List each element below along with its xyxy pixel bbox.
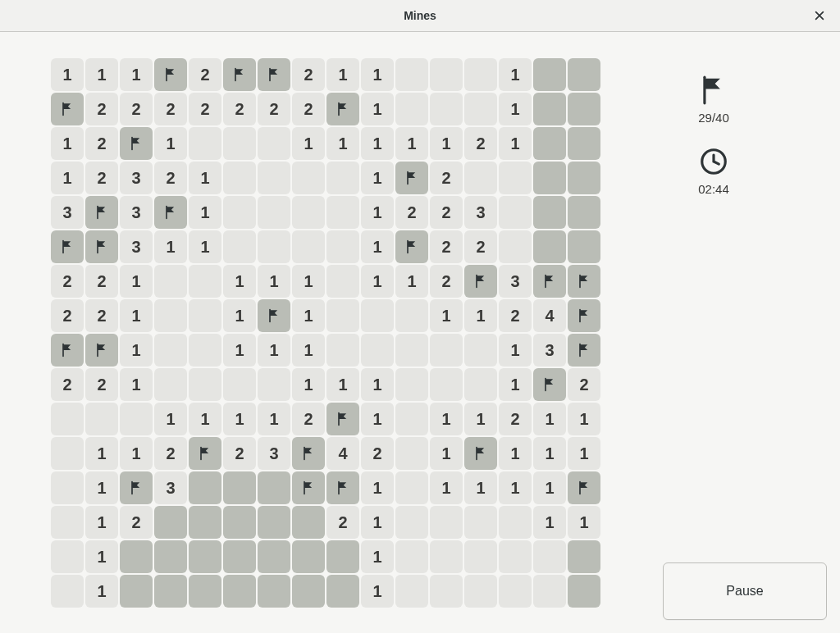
cell-13-4[interactable] [189,506,221,539]
cell-0-15[interactable] [568,58,600,91]
cell-12-2[interactable] [120,471,153,504]
cell-12-7[interactable] [292,471,325,504]
cell-15-8[interactable] [326,575,359,608]
cell-2-2[interactable] [120,127,153,160]
cell-15-6[interactable] [258,575,290,608]
cell-5-1[interactable] [85,230,118,263]
flag-icon [300,480,317,496]
cell-13-7[interactable] [292,506,325,539]
cell-3-4: 1 [189,162,221,194]
cell-8-0[interactable] [51,334,84,367]
cell-11-4[interactable] [189,437,221,470]
cell-7-6[interactable] [258,299,290,332]
cell-8-1[interactable] [85,334,118,367]
cell-12-15[interactable] [568,471,600,504]
cell-11-12[interactable] [464,437,497,470]
cell-15-15[interactable] [568,575,600,608]
cell-5-7 [292,230,325,263]
flag-icon [162,204,179,221]
cell-0-5[interactable] [223,58,256,91]
flag-icon [576,307,592,324]
cell-14-8[interactable] [326,540,359,573]
cell-4-2: 3 [120,196,153,229]
cell-12-6[interactable] [258,471,290,504]
cell-15-3[interactable] [154,575,187,608]
cell-1-0[interactable] [51,93,84,125]
cell-10-4: 1 [189,403,221,435]
cell-7-15[interactable] [568,299,600,332]
cell-12-5[interactable] [223,471,256,504]
cell-1-8[interactable] [326,93,359,125]
cell-6-12[interactable] [464,265,497,298]
cell-4-7 [292,196,325,229]
cell-6-14[interactable] [533,265,566,298]
cell-0-14[interactable] [533,58,566,91]
cell-4-1[interactable] [85,196,118,229]
cell-10-8[interactable] [326,403,359,435]
cell-11-11: 1 [430,437,463,470]
pause-button[interactable]: Pause [663,562,827,620]
flag-icon [231,66,248,83]
cell-7-5: 1 [223,299,256,332]
cell-13-3[interactable] [154,506,187,539]
cell-14-7[interactable] [292,540,325,573]
cell-6-5: 1 [223,265,256,298]
cell-8-15[interactable] [568,334,600,367]
cell-13-14: 1 [533,506,566,539]
flag-icon [335,101,351,117]
cell-5-0[interactable] [51,230,84,263]
cell-3-14[interactable] [533,162,566,194]
cell-1-14[interactable] [533,93,566,125]
cell-6-15[interactable] [568,265,600,298]
cell-15-7[interactable] [292,575,325,608]
cell-2-15[interactable] [568,127,600,160]
cell-1-15[interactable] [568,93,600,125]
cell-14-15[interactable] [568,540,600,573]
cell-14-3[interactable] [154,540,187,573]
cell-13-6[interactable] [258,506,290,539]
cell-3-10[interactable] [395,162,428,194]
cell-3-15[interactable] [568,162,600,194]
cell-13-5[interactable] [223,506,256,539]
cell-12-3: 3 [154,471,187,504]
cell-1-6: 2 [258,93,290,125]
time-label: 02:44 [698,182,729,196]
cell-15-4[interactable] [189,575,221,608]
cell-4-8 [326,196,359,229]
cell-15-5[interactable] [223,575,256,608]
cell-11-7[interactable] [292,437,325,470]
cell-4-14[interactable] [533,196,566,229]
cell-13-13 [499,506,532,539]
cell-2-3: 1 [154,127,187,160]
close-icon[interactable] [807,0,832,31]
cell-6-6: 1 [258,265,290,298]
cell-2-6 [258,127,290,160]
cell-5-14[interactable] [533,230,566,263]
cell-2-1: 2 [85,127,118,160]
cell-3-0: 1 [51,162,84,194]
cell-5-10[interactable] [395,230,428,263]
cell-15-2[interactable] [120,575,153,608]
flag-icon [576,273,592,289]
cell-4-3[interactable] [154,196,187,229]
cell-11-5: 2 [223,437,256,470]
cell-2-14[interactable] [533,127,566,160]
cell-14-2[interactable] [120,540,153,573]
cell-10-10 [395,403,428,435]
cell-0-6[interactable] [258,58,290,91]
board-wrap: 1112211122222221112111111211232112331122… [13,48,600,621]
cell-0-3[interactable] [154,58,187,91]
cell-6-3 [154,265,187,298]
cell-1-4: 2 [189,93,221,125]
cell-14-6[interactable] [258,540,290,573]
cell-4-15[interactable] [568,196,600,229]
cell-3-3: 2 [154,162,187,194]
cell-12-4[interactable] [189,471,221,504]
cell-14-4[interactable] [189,540,221,573]
cell-5-15[interactable] [568,230,600,263]
cell-12-8[interactable] [326,471,359,504]
cell-9-14[interactable] [533,368,566,401]
flag-icon [404,170,420,186]
cell-1-5: 2 [223,93,256,125]
cell-14-5[interactable] [223,540,256,573]
